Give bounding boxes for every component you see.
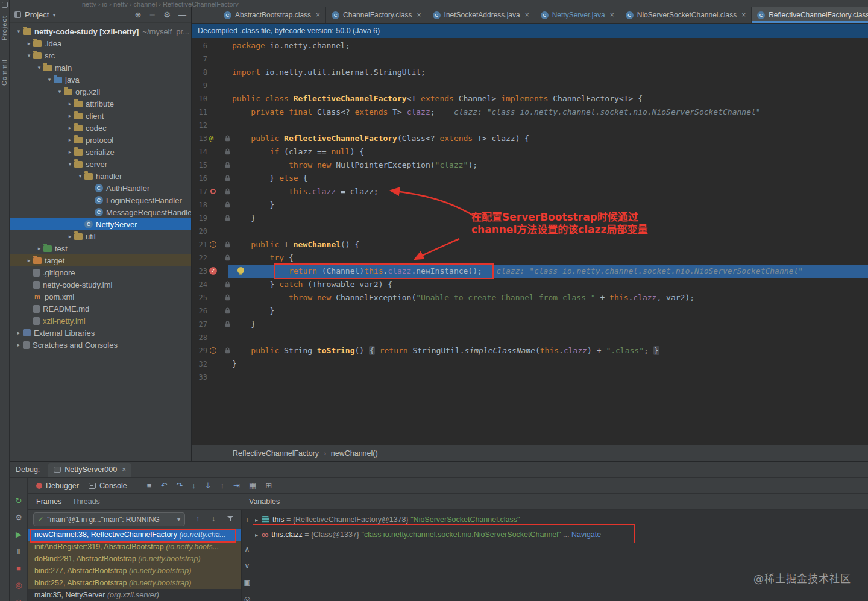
breakpoint-hit-icon[interactable]: ✓ [209, 267, 217, 275]
stripe-label-commit[interactable]: Commit [1, 59, 8, 86]
watch-options-icon[interactable]: ◎ [242, 595, 253, 601]
tree-item-handler[interactable]: ▾handler [10, 170, 191, 182]
tree-expand-arrow[interactable]: ▾ [66, 161, 74, 167]
tree-expand-arrow[interactable]: ▸ [25, 257, 33, 263]
layout-settings-icon[interactable]: ⊞ [265, 481, 272, 490]
line-number[interactable]: 8 [192, 66, 207, 79]
thread-dropdown[interactable]: ✓ "main"@1 in gr..."main": RUNNING ▾ [33, 512, 185, 526]
code-line-33[interactable]: 33 [192, 371, 868, 384]
show-execution-point-icon[interactable]: ↶ [160, 481, 167, 490]
stripe-label-project[interactable]: Project [1, 16, 8, 40]
tree-item-readme-md[interactable]: README.md [10, 303, 191, 315]
line-number[interactable]: 12 [192, 119, 207, 132]
tree-expand-arrow[interactable]: ▸ [66, 149, 74, 155]
stack-frame[interactable]: doBind:281, AbstractBootstrap (io.netty.… [28, 553, 241, 565]
evaluate-expression-icon[interactable]: ▦ [249, 481, 256, 490]
line-number[interactable]: 23 [192, 265, 207, 278]
tree-expand-arrow[interactable]: ▸ [66, 101, 74, 107]
tree-item-external-libraries[interactable]: ▸External Libraries [10, 327, 191, 339]
tree-expand-arrow[interactable]: ▾ [14, 28, 23, 34]
mute-breakpoints-icon[interactable]: ⊘ [10, 597, 28, 601]
override-marker-icon[interactable]: ↑ [210, 347, 216, 354]
tree-item-test[interactable]: ▸test [10, 242, 191, 254]
tree-item-main[interactable]: ▾main [10, 61, 191, 74]
tree-item-server[interactable]: ▾server [10, 158, 191, 170]
add-watch-icon[interactable]: + [242, 516, 253, 524]
code-line-23[interactable]: 23✓ return (Channel)this.clazz.newInstan… [192, 265, 868, 278]
tree-item-netty-code-study-iml[interactable]: netty-code-study.iml [10, 278, 191, 291]
run-to-cursor-icon[interactable]: ⇥ [233, 481, 240, 490]
editor-tab[interactable]: CAbstractBootstrap.class× [218, 7, 326, 23]
code-line-15[interactable]: 15 throw new NullPointerException("clazz… [192, 159, 868, 172]
tree-expand-arrow[interactable]: ▸ [14, 330, 23, 336]
tab-close-icon[interactable]: × [610, 11, 614, 19]
tree-expand-arrow[interactable]: ▾ [25, 52, 33, 58]
code-line-28[interactable]: 28 [192, 331, 868, 344]
tree-item-codec[interactable]: ▸codec [10, 122, 191, 134]
expand-chevron-icon[interactable]: ▸ [255, 532, 258, 538]
hide-panel-icon[interactable]: — [178, 10, 186, 19]
next-frame-icon[interactable]: ↓ [212, 515, 215, 523]
navigate-link[interactable]: Navigate [571, 530, 601, 539]
breakpoint-icon[interactable] [210, 189, 216, 194]
hide-library-frames-icon[interactable] [227, 515, 234, 522]
resume-program-icon[interactable]: ▶ [10, 530, 28, 539]
tree-item-util[interactable]: ▸util [10, 230, 191, 242]
build-settings-icon[interactable]: ⚙ [10, 513, 28, 522]
tree-item-client[interactable]: ▸client [10, 110, 191, 122]
line-number[interactable]: 25 [192, 291, 207, 304]
tree-item-netty-code-study-xzll-netty[interactable]: ▾netty-code-study [xzll-netty] ~/myself_… [10, 25, 191, 37]
force-step-into-icon[interactable]: ⇓ [205, 481, 212, 490]
code-line-13[interactable]: 13@ public ReflectiveChannelFactory(Clas… [192, 132, 868, 145]
code-line-8[interactable]: 8import io.netty.util.internal.StringUti… [192, 66, 868, 79]
close-icon[interactable]: × [122, 465, 126, 474]
tree-item-src[interactable]: ▾src [10, 49, 191, 61]
line-number[interactable]: 21 [192, 238, 207, 251]
tree-expand-arrow[interactable]: ▸ [66, 125, 74, 131]
chevron-down-icon[interactable]: ▾ [52, 11, 55, 18]
line-number[interactable]: 24 [192, 278, 207, 291]
stack-frame[interactable]: newChannel:38, ReflectiveChannelFactory … [28, 529, 241, 541]
tab-close-icon[interactable]: × [316, 11, 320, 19]
code-line-27[interactable]: 27 } [192, 318, 868, 331]
code-line-22[interactable]: 22 try { [192, 251, 868, 265]
breadcrumb-method[interactable]: newChannel() [331, 449, 378, 458]
line-number[interactable]: 7 [192, 52, 207, 66]
code-line-17[interactable]: 17 this.clazz = clazz; [192, 185, 868, 198]
line-number[interactable]: 13 [192, 132, 207, 145]
code-line-9[interactable]: 9 [192, 79, 868, 92]
tree-item-target[interactable]: ▸target [10, 254, 191, 266]
stack-frame[interactable]: bind:277, AbstractBootstrap (io.netty.bo… [28, 565, 241, 577]
step-out-icon[interactable]: ↑ [221, 481, 225, 490]
line-number[interactable]: 29 [192, 344, 207, 357]
code-line-29[interactable]: 29↑ public String toString() { return St… [192, 344, 868, 357]
override-marker-icon[interactable]: ↑ [210, 241, 216, 248]
editor-tab[interactable]: CInetSocketAddress.java× [427, 7, 535, 23]
expand-chevron-icon[interactable]: ▸ [255, 517, 258, 523]
tree-expand-arrow[interactable]: ▾ [35, 65, 43, 71]
code-line-14[interactable]: 14 if (clazz == null) { [192, 145, 868, 159]
line-number[interactable]: 28 [192, 331, 207, 344]
tree-item-loginrequesthandler[interactable]: CLoginRequestHandler [10, 194, 191, 206]
rerun-debug-icon[interactable]: ↻ [10, 496, 28, 505]
line-number[interactable]: 14 [192, 145, 207, 159]
line-number[interactable]: 18 [192, 198, 207, 212]
step-into-icon[interactable]: ↓ [192, 481, 196, 490]
tree-expand-arrow[interactable]: ▾ [76, 173, 84, 179]
line-number[interactable]: 15 [192, 159, 207, 172]
collapse-all-icon[interactable]: ≣ [149, 10, 156, 19]
tree-item-xzll-netty-iml[interactable]: xzll-netty.iml [10, 315, 191, 327]
tree-item-org-xzll[interactable]: ▾org.xzll [10, 86, 191, 98]
code-line-10[interactable]: 10public class ReflectiveChannelFactory<… [192, 92, 868, 105]
tree-expand-arrow[interactable]: ▸ [25, 40, 33, 46]
project-tool-stripe-icon[interactable] [2, 2, 8, 8]
code-line-25[interactable]: 25 throw new ChannelException("Unable to… [192, 291, 868, 304]
tree-item-gitignore[interactable]: .gitignore [10, 266, 191, 278]
editor-tab[interactable]: CReflectiveChannelFactory.class× [752, 7, 868, 23]
tree-expand-arrow[interactable]: ▾ [55, 89, 64, 95]
stack-frame[interactable]: main:35, NettyServer (org.xzll.server) [28, 589, 241, 601]
tree-item-attribute[interactable]: ▸attribute [10, 98, 191, 110]
tab-close-icon[interactable]: × [741, 11, 746, 19]
line-number[interactable]: 20 [192, 225, 207, 238]
breadcrumb-class[interactable]: ReflectiveChannelFactory [233, 449, 319, 458]
